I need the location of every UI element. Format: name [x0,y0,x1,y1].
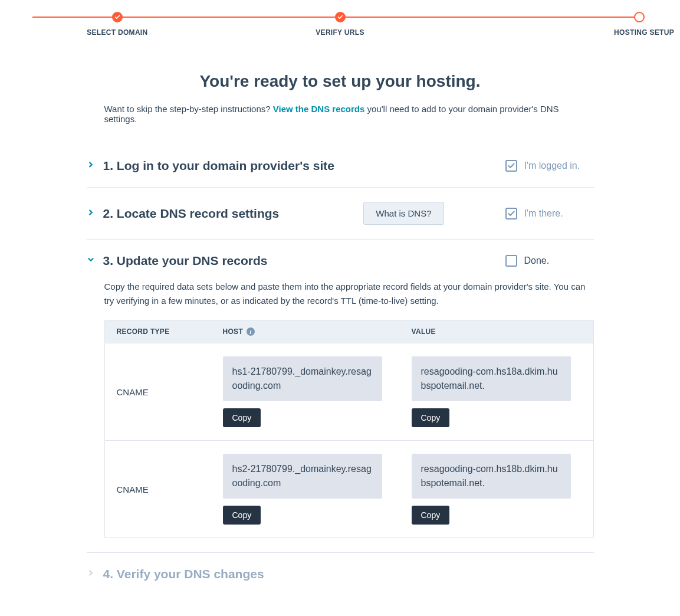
chevron-right-icon [87,569,95,579]
copy-host-button[interactable]: Copy [223,408,261,427]
stepper-label: VERIFY URLS [316,28,364,37]
step-3-check[interactable]: Done. [505,255,594,267]
copy-value-button[interactable]: Copy [412,408,450,427]
record-host-cell: hs2-21780799._domainkey.resagooding.com … [223,454,412,525]
chevron-right-icon [87,208,95,219]
stepper-step-select-domain: SELECT DOMAIN [6,12,229,37]
stepper-label: SELECT DOMAIN [87,28,147,37]
step-4-title: 4. Verify your DNS changes [103,567,594,581]
record-type: CNAME [117,484,223,494]
info-icon[interactable]: i [247,327,255,336]
table-row: CNAME hs1-21780799._domainkey.resagoodin… [105,343,593,440]
check-icon [112,12,123,22]
step-3-body: Copy the required data sets below and pa… [87,268,594,538]
step-1-title: 1. Log in to your domain provider's site [103,159,497,173]
chevron-right-icon [87,160,95,171]
step-1-check[interactable]: I'm logged in. [505,160,594,172]
stepper: SELECT DOMAIN VERIFY URLS HOSTING SETUP [0,0,680,48]
stepper-step-hosting-setup: HOSTING SETUP [451,12,674,37]
dns-records-table: RECORD TYPE HOST i VALUE CNAME hs1-21780… [104,320,594,538]
header-host: HOST i [223,327,412,336]
record-value: resagooding-com.hs18a.dkim.hubspotemail.… [412,356,571,401]
main-content: You're ready to set up your hosting. Wan… [75,48,606,607]
view-dns-records-link[interactable]: View the DNS records [273,104,365,114]
host-value: hs2-21780799._domainkey.resagooding.com [223,454,382,499]
chevron-down-icon [87,255,95,266]
page-title: You're ready to set up your hosting. [87,72,594,91]
record-value-cell: resagooding-com.hs18b.dkim.hubspotemail.… [412,454,582,525]
table-header: RECORD TYPE HOST i VALUE [105,320,593,343]
record-value: resagooding-com.hs18b.dkim.hubspotemail.… [412,454,571,499]
step-2-check-label: I'm there. [524,208,563,219]
step-1-check-label: I'm logged in. [524,160,580,171]
step-3-check-label: Done. [524,255,550,266]
record-type: CNAME [117,387,223,397]
step-2-check[interactable]: I'm there. [505,208,594,219]
check-icon [335,12,346,22]
step-3-header[interactable]: 3. Update your DNS records Done. [87,254,594,268]
copy-host-button[interactable]: Copy [223,506,261,525]
step-3-title: 3. Update your DNS records [103,254,497,268]
step-3-description: Copy the required data sets below and pa… [104,280,594,308]
checkbox-checked-icon[interactable] [505,208,517,219]
step-1-header[interactable]: 1. Log in to your domain provider's site… [87,159,594,173]
step-1: 1. Log in to your domain provider's site… [87,145,594,188]
step-2-title: 2. Locate DNS record settings [103,207,356,221]
copy-value-button[interactable]: Copy [412,506,450,525]
header-record-type: RECORD TYPE [117,327,223,336]
host-value: hs1-21780799._domainkey.resagooding.com [223,356,382,401]
checkbox-empty-icon[interactable] [505,255,517,267]
skip-pre: Want to skip the step-by-step instructio… [104,104,273,114]
stepper-label: HOSTING SETUP [614,28,674,37]
step-2: 2. Locate DNS record settings What is DN… [87,188,594,240]
header-value: VALUE [412,327,582,336]
skip-instructions: Want to skip the step-by-step instructio… [87,104,594,124]
table-row: CNAME hs2-21780799._domainkey.resagoodin… [105,440,593,538]
record-value-cell: resagooding-com.hs18a.dkim.hubspotemail.… [412,356,582,427]
step-2-header[interactable]: 2. Locate DNS record settings What is DN… [87,202,594,225]
checkbox-checked-icon[interactable] [505,160,517,172]
what-is-dns-button[interactable]: What is DNS? [363,202,444,225]
step-3: 3. Update your DNS records Done. Copy th… [87,240,594,553]
stepper-step-verify-urls: VERIFY URLS [229,12,452,37]
circle-icon [634,12,645,22]
step-4-header: 4. Verify your DNS changes [87,567,594,581]
step-4: 4. Verify your DNS changes [87,553,594,595]
record-host-cell: hs1-21780799._domainkey.resagooding.com … [223,356,412,427]
